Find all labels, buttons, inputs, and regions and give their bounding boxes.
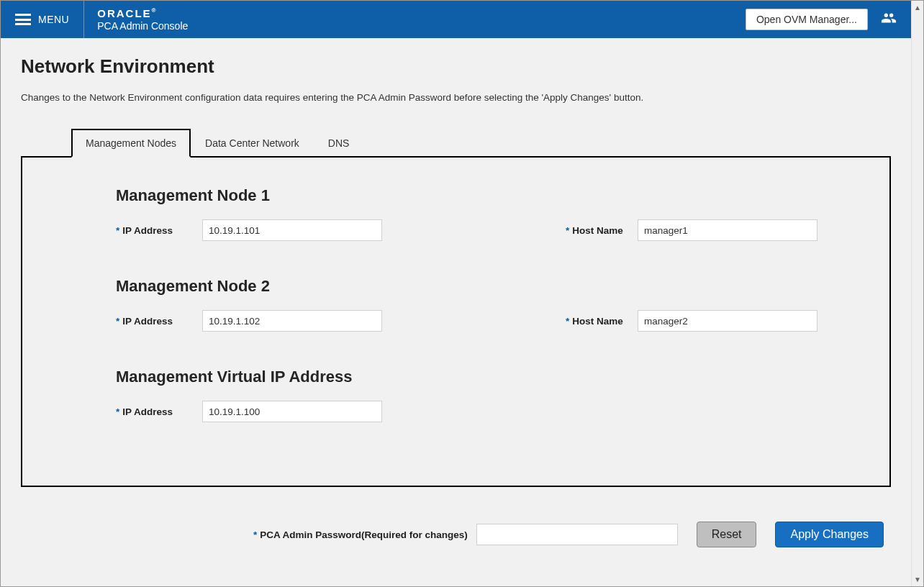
node1-ip-label: *IP Address [116, 225, 202, 236]
tab-dns[interactable]: DNS [314, 129, 364, 158]
node2-ip-input[interactable] [202, 310, 382, 332]
vip-ip-input[interactable] [202, 401, 382, 422]
menu-button[interactable]: MENU [1, 1, 83, 38]
section-vip-title: Management Virtual IP Address [116, 368, 825, 386]
node2-ip-label: *IP Address [116, 316, 202, 327]
admin-password-label: *PCA Admin Password(Required for changes… [253, 529, 468, 540]
vertical-scrollbar[interactable]: ▲ ▼ [911, 1, 923, 586]
scroll-down-icon[interactable]: ▼ [914, 573, 921, 586]
section-node2-title: Management Node 2 [116, 277, 825, 296]
apply-changes-button[interactable]: Apply Changes [775, 522, 884, 547]
tab-management-nodes[interactable]: Management Nodes [71, 129, 191, 158]
tab-data-center-network[interactable]: Data Center Network [191, 129, 314, 158]
brand-subtitle: PCA Admin Console [97, 20, 188, 32]
node1-host-label: *Host Name [566, 225, 638, 236]
page-description: Changes to the Network Environment confi… [21, 92, 891, 103]
admin-password-input[interactable] [476, 524, 678, 545]
section-node1-title: Management Node 1 [116, 186, 825, 205]
node1-ip-input[interactable] [202, 219, 382, 241]
brand-logo: ORACLE® [97, 7, 188, 19]
hamburger-icon [15, 14, 31, 25]
brand-block: ORACLE® PCA Admin Console [84, 7, 201, 31]
tab-panel-management-nodes: Management Node 1 *IP Address *Host Name… [21, 156, 891, 487]
page-title: Network Environment [21, 55, 891, 78]
scroll-up-icon[interactable]: ▲ [914, 1, 921, 14]
tabs: Management Nodes Data Center Network DNS [71, 127, 891, 156]
footer-row: *PCA Admin Password(Required for changes… [21, 522, 891, 547]
node2-host-label: *Host Name [566, 316, 638, 327]
menu-button-label: MENU [38, 14, 69, 25]
node1-host-input[interactable] [638, 219, 817, 241]
vip-ip-label: *IP Address [116, 406, 202, 417]
reset-button[interactable]: Reset [697, 522, 757, 547]
section-vip: Management Virtual IP Address *IP Addres… [116, 368, 825, 422]
app-header: MENU ORACLE® PCA Admin Console Open OVM … [1, 1, 923, 38]
page-body: Network Environment Changes to the Netwo… [1, 38, 911, 562]
section-node1: Management Node 1 *IP Address *Host Name [116, 186, 825, 241]
section-node2: Management Node 2 *IP Address *Host Name [116, 277, 825, 332]
open-ovm-manager-button[interactable]: Open OVM Manager... [746, 9, 868, 30]
node2-host-input[interactable] [638, 310, 817, 332]
users-icon[interactable] [881, 10, 897, 29]
